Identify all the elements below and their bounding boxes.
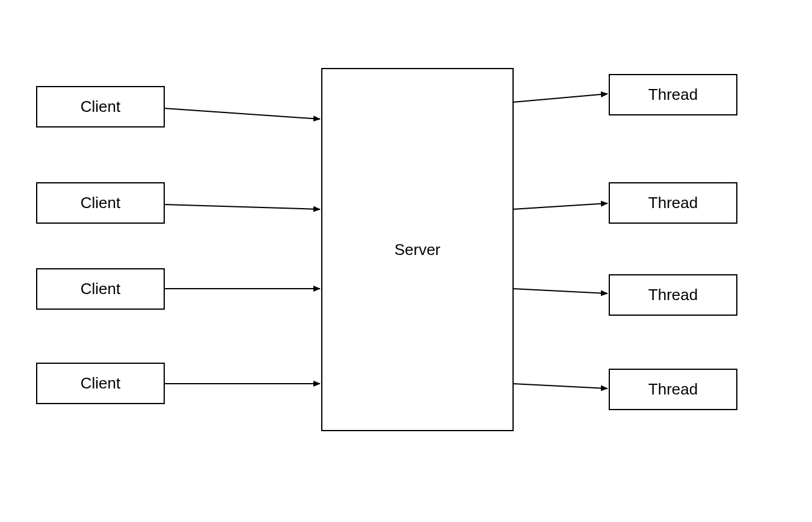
client-box: Client <box>36 86 165 127</box>
thread-box: Thread <box>609 74 737 115</box>
thread-box: Thread <box>609 274 737 316</box>
server-box: Server <box>321 68 514 431</box>
client-label: Client <box>81 97 120 116</box>
client-box: Client <box>36 363 165 404</box>
client-label: Client <box>81 280 120 298</box>
client-box: Client <box>36 182 165 224</box>
thread-label: Thread <box>648 286 698 304</box>
thread-label: Thread <box>648 194 698 212</box>
thread-label: Thread <box>648 85 698 104</box>
arrow-server-to-thread <box>512 203 607 209</box>
arrow-server-to-thread <box>512 384 607 388</box>
thread-label: Thread <box>648 380 698 399</box>
client-box: Client <box>36 268 165 310</box>
arrow-client-to-server <box>164 108 320 119</box>
server-label: Server <box>395 241 441 259</box>
client-label: Client <box>81 194 120 212</box>
diagram-canvas: Client Client Client Client Server Threa… <box>0 0 812 522</box>
arrow-server-to-thread <box>512 289 607 293</box>
thread-box: Thread <box>609 369 737 410</box>
arrow-client-to-server <box>164 204 320 209</box>
arrow-server-to-thread <box>512 94 607 102</box>
thread-box: Thread <box>609 182 737 224</box>
client-label: Client <box>81 374 120 393</box>
